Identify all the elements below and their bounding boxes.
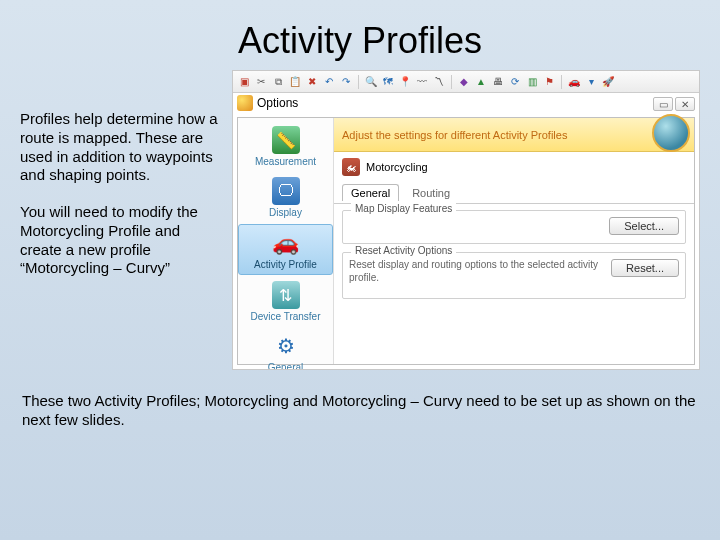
close-button[interactable]: ✕	[675, 97, 695, 111]
map-display-features-group: Map Display Features Select...	[342, 210, 686, 244]
select-button[interactable]: Select...	[609, 217, 679, 235]
toolbar-divider	[561, 75, 562, 89]
window-title-bar: Options	[237, 95, 298, 111]
tab-routing[interactable]: Routing	[403, 184, 459, 201]
measurement-icon: 📏	[272, 126, 300, 154]
profile-tabs: General Routing	[334, 182, 694, 204]
options-pane: Adjust the settings for different Activi…	[334, 118, 694, 364]
window-title: Options	[257, 96, 298, 110]
app-screenshot: ▣ ✂ ⧉ 📋 ✖ ↶ ↷ 🔍 🗺 📍 〰 〽 ◆ ▲ 🖶 ⟳ ▥ ⚑ 🚗 ▾ …	[232, 70, 700, 370]
device-transfer-icon: ⇅	[272, 281, 300, 309]
flag-icon[interactable]: ⚑	[542, 75, 556, 89]
undo-icon[interactable]: ↶	[322, 75, 336, 89]
delete-icon[interactable]: ✖	[305, 75, 319, 89]
nav-label: General	[268, 362, 304, 370]
profile-selector-row: 🏍 Motorcycling	[334, 152, 694, 182]
maximize-button[interactable]: ▭	[653, 97, 673, 111]
window-controls: ▭ ✕	[653, 97, 695, 111]
reset-activity-options-group: Reset Activity Options Reset display and…	[342, 252, 686, 299]
motorcycle-icon: 🏍	[342, 158, 360, 176]
nav-activity-profile[interactable]: 🚗 Activity Profile	[238, 224, 333, 275]
bottom-paragraph: These two Activity Profiles; Motorcyclin…	[0, 370, 720, 430]
options-icon	[237, 95, 253, 111]
device-icon[interactable]: ▥	[525, 75, 539, 89]
nav-general[interactable]: ⚙ General	[238, 328, 333, 370]
group-label: Map Display Features	[351, 203, 456, 214]
pane-banner: Adjust the settings for different Activi…	[334, 118, 694, 152]
redo-icon[interactable]: ↷	[339, 75, 353, 89]
nav-measurement[interactable]: 📏 Measurement	[238, 122, 333, 171]
reset-button[interactable]: Reset...	[611, 259, 679, 277]
display-icon: 🖵	[272, 177, 300, 205]
sync-icon[interactable]: ⟳	[508, 75, 522, 89]
nav-label: Measurement	[255, 156, 316, 167]
page-title: Activity Profiles	[0, 0, 720, 70]
description-column: Profiles help determine how a route is m…	[20, 70, 220, 370]
nav-device-transfer[interactable]: ⇅ Device Transfer	[238, 277, 333, 326]
stop-record-icon[interactable]: ▣	[237, 75, 251, 89]
description-para-2: You will need to modify the Motorcycling…	[20, 203, 220, 278]
toolbar-divider	[358, 75, 359, 89]
nav-display[interactable]: 🖵 Display	[238, 173, 333, 222]
general-icon: ⚙	[272, 332, 300, 360]
options-nav: 📏 Measurement 🖵 Display 🚗 Activity Profi…	[238, 118, 334, 364]
route-icon[interactable]: 〰	[415, 75, 429, 89]
vehicle-icon[interactable]: 🚗	[567, 75, 581, 89]
globe-icon	[652, 114, 690, 152]
nav-label: Display	[269, 207, 302, 218]
nav-label: Activity Profile	[254, 259, 317, 270]
options-dialog: 📏 Measurement 🖵 Display 🚗 Activity Profi…	[237, 117, 695, 365]
cut-icon[interactable]: ✂	[254, 75, 268, 89]
profile-name[interactable]: Motorcycling	[366, 161, 428, 173]
pane-banner-text: Adjust the settings for different Activi…	[342, 129, 567, 141]
nav-label: Device Transfer	[250, 311, 320, 322]
copy-icon[interactable]: ⧉	[271, 75, 285, 89]
find-icon[interactable]: 🔍	[364, 75, 378, 89]
reset-description: Reset display and routing options to the…	[349, 259, 603, 284]
activity-profile-icon: 🚗	[272, 229, 300, 257]
group-label: Reset Activity Options	[351, 245, 456, 256]
print-icon[interactable]: 🖶	[491, 75, 505, 89]
dropdown-icon[interactable]: ▾	[584, 75, 598, 89]
tool-b-icon[interactable]: ▲	[474, 75, 488, 89]
rocket-icon[interactable]: 🚀	[601, 75, 615, 89]
tab-general[interactable]: General	[342, 184, 399, 201]
tool-a-icon[interactable]: ◆	[457, 75, 471, 89]
description-para-1: Profiles help determine how a route is m…	[20, 110, 220, 185]
map-icon[interactable]: 🗺	[381, 75, 395, 89]
paste-icon[interactable]: 📋	[288, 75, 302, 89]
waypoint-icon[interactable]: 📍	[398, 75, 412, 89]
track-icon[interactable]: 〽	[432, 75, 446, 89]
toolbar-divider	[451, 75, 452, 89]
app-toolbar: ▣ ✂ ⧉ 📋 ✖ ↶ ↷ 🔍 🗺 📍 〰 〽 ◆ ▲ 🖶 ⟳ ▥ ⚑ 🚗 ▾ …	[233, 71, 699, 93]
